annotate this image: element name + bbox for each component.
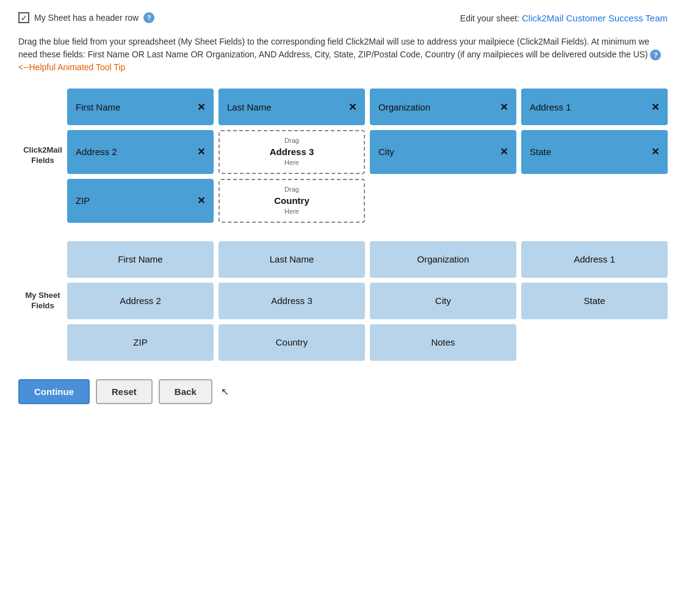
- ms-state-cell[interactable]: State: [521, 283, 668, 319]
- mysheet-row-2: Address 2 Address 3 City State: [67, 283, 668, 319]
- mysheet-grid: First Name Last Name Organization Addres…: [67, 241, 668, 361]
- c2m-country-drop[interactable]: Drag Country Here: [218, 179, 365, 223]
- c2m-address2-label: Address 2: [76, 147, 117, 157]
- mysheet-label: My SheetFields: [18, 241, 67, 361]
- c2m-address3-here-text: Here: [284, 158, 299, 167]
- c2m-address1-close[interactable]: ✕: [651, 101, 659, 113]
- c2m-address2-cell[interactable]: Address 2 ✕: [67, 130, 214, 174]
- header-help-icon[interactable]: ?: [143, 12, 154, 23]
- ms-lastname-cell[interactable]: Last Name: [218, 241, 365, 278]
- mysheet-section: My SheetFields First Name Last Name Orga…: [18, 241, 668, 361]
- continue-button[interactable]: Continue: [18, 379, 90, 404]
- ms-lastname-label: Last Name: [270, 254, 314, 264]
- ms-zip-cell[interactable]: ZIP: [67, 324, 214, 361]
- c2m-address3-drag-text: Drag: [284, 136, 299, 145]
- ms-notes-cell[interactable]: Notes: [370, 324, 516, 361]
- header-left: My Sheet has a header row ?: [18, 12, 154, 23]
- c2m-country-here-text: Here: [284, 207, 299, 216]
- mysheet-row-3: ZIP Country Notes: [67, 324, 668, 361]
- c2m-firstname-close[interactable]: ✕: [197, 101, 205, 113]
- c2m-address1-cell[interactable]: Address 1 ✕: [521, 89, 668, 125]
- ms-firstname-label: First Name: [118, 254, 162, 264]
- c2m-zip-cell[interactable]: ZIP ✕: [67, 179, 214, 223]
- cursor-icon: ↖: [221, 386, 229, 397]
- c2m-city-cell[interactable]: City ✕: [370, 130, 516, 174]
- buttons-row: Continue Reset Back ↖: [18, 379, 668, 404]
- ms-address2-label: Address 2: [120, 295, 161, 306]
- ms-address2-cell[interactable]: Address 2: [67, 283, 214, 319]
- c2m-empty1: [370, 179, 516, 223]
- ms-address3-cell[interactable]: Address 3: [218, 283, 365, 319]
- description-block: Drag the blue field from your spreadshee…: [18, 35, 668, 74]
- c2m-lastname-close[interactable]: ✕: [348, 101, 356, 113]
- edit-link[interactable]: Click2Mail Customer Success Team: [522, 13, 668, 23]
- click2mail-row-2: Address 2 ✕ Drag Address 3 Here City ✕ S…: [67, 130, 668, 174]
- ms-notes-label: Notes: [431, 337, 455, 347]
- ms-firstname-cell[interactable]: First Name: [67, 241, 214, 278]
- c2m-organization-close[interactable]: ✕: [500, 101, 508, 113]
- edit-section: Edit your sheet: Click2Mail Customer Suc…: [460, 13, 668, 23]
- ms-city-label: City: [435, 295, 451, 306]
- ms-organization-cell[interactable]: Organization: [370, 241, 516, 278]
- c2m-address3-field-name: Address 3: [270, 145, 314, 158]
- click2mail-row-3: ZIP ✕ Drag Country Here: [67, 179, 668, 223]
- c2m-firstname-cell[interactable]: First Name ✕: [67, 89, 214, 125]
- c2m-organization-label: Organization: [378, 102, 430, 112]
- ms-empty1: [521, 324, 668, 361]
- c2m-city-close[interactable]: ✕: [500, 146, 508, 158]
- animated-tip[interactable]: <--Helpful Animated Tool Tip: [18, 62, 125, 72]
- c2m-state-close[interactable]: ✕: [651, 146, 659, 158]
- click2mail-section: Click2MailFields First Name ✕ Last Name …: [18, 89, 668, 223]
- c2m-state-cell[interactable]: State ✕: [521, 130, 668, 174]
- ms-country-cell[interactable]: Country: [218, 324, 365, 361]
- back-button[interactable]: Back: [159, 379, 212, 404]
- c2m-address3-drop[interactable]: Drag Address 3 Here: [218, 130, 365, 174]
- header-bar: My Sheet has a header row ? Edit your sh…: [18, 12, 668, 23]
- c2m-lastname-cell[interactable]: Last Name ✕: [218, 89, 365, 125]
- ms-zip-label: ZIP: [133, 337, 147, 347]
- c2m-city-label: City: [378, 147, 394, 157]
- c2m-state-label: State: [530, 147, 551, 157]
- reset-button[interactable]: Reset: [96, 379, 153, 404]
- ms-country-label: Country: [276, 337, 308, 347]
- ms-address3-label: Address 3: [271, 295, 312, 306]
- ms-address1-label: Address 1: [574, 254, 615, 264]
- edit-prefix: Edit your sheet:: [460, 13, 519, 23]
- header-row-label: My Sheet has a header row: [34, 13, 139, 23]
- header-row-checkbox[interactable]: [18, 12, 29, 23]
- c2m-address1-label: Address 1: [530, 102, 571, 112]
- mysheet-row-1: First Name Last Name Organization Addres…: [67, 241, 668, 278]
- c2m-zip-label: ZIP: [76, 195, 90, 206]
- c2m-zip-close[interactable]: ✕: [197, 195, 205, 206]
- ms-city-cell[interactable]: City: [370, 283, 516, 319]
- c2m-firstname-label: First Name: [76, 102, 120, 112]
- c2m-country-field-name: Country: [274, 194, 309, 207]
- c2m-empty2: [521, 179, 668, 223]
- description-help-icon[interactable]: ?: [650, 49, 661, 60]
- click2mail-grid: First Name ✕ Last Name ✕ Organization ✕ …: [67, 89, 668, 223]
- c2m-lastname-label: Last Name: [227, 102, 272, 112]
- c2m-country-drag-text: Drag: [284, 185, 299, 194]
- c2m-address2-close[interactable]: ✕: [197, 146, 205, 158]
- ms-organization-label: Organization: [417, 254, 469, 264]
- c2m-organization-cell[interactable]: Organization ✕: [370, 89, 516, 125]
- click2mail-label: Click2MailFields: [18, 89, 67, 223]
- click2mail-row-1: First Name ✕ Last Name ✕ Organization ✕ …: [67, 89, 668, 125]
- description-text: Drag the blue field from your spreadshee…: [18, 37, 649, 59]
- ms-address1-cell[interactable]: Address 1: [521, 241, 668, 278]
- ms-state-label: State: [583, 295, 605, 306]
